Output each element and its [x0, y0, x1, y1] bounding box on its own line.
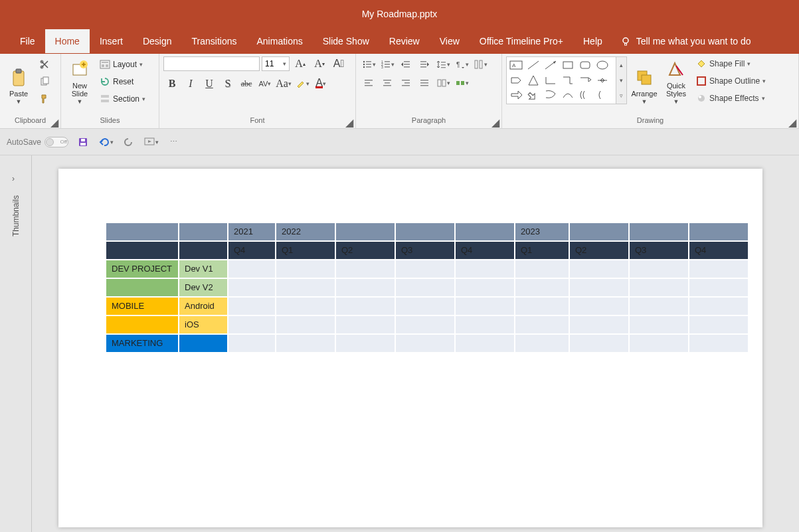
format-painter-button[interactable]	[36, 91, 53, 107]
table-cell[interactable]	[396, 316, 454, 333]
tab-animations[interactable]: Animations	[246, 29, 312, 53]
quarter-cell[interactable]: Q2	[336, 242, 395, 259]
shape-option[interactable]	[508, 74, 524, 87]
row-sublabel[interactable]: Dev V2	[179, 279, 227, 296]
paste-button[interactable]: Paste ▼	[4, 56, 33, 104]
shape-option[interactable]	[560, 58, 576, 72]
quarter-cell[interactable]: Q4	[689, 242, 748, 259]
shape-option[interactable]	[543, 58, 559, 72]
font-color-button[interactable]: A▾	[312, 76, 329, 91]
font-name-combo[interactable]	[163, 56, 260, 71]
row-label[interactable]: DEV PROJECT	[106, 260, 178, 278]
shape-option[interactable]	[560, 88, 576, 102]
shape-effects-button[interactable]: Shape Effects▾	[696, 91, 766, 106]
strikethrough-button[interactable]: abc	[238, 76, 255, 91]
table-cell[interactable]	[689, 298, 748, 315]
year-cell[interactable]	[179, 223, 227, 240]
roadmap-table[interactable]: 202120222023Q4Q1Q2Q3Q4Q1Q2Q3Q4DEV PROJEC…	[105, 222, 749, 353]
table-cell[interactable]	[515, 260, 569, 278]
shape-option[interactable]	[525, 58, 541, 72]
table-cell[interactable]	[515, 335, 569, 352]
table-cell[interactable]	[396, 279, 454, 296]
table-cell[interactable]	[276, 335, 335, 352]
decrease-font-button[interactable]: A▾	[311, 56, 328, 71]
dialog-launcher-icon[interactable]: ◢	[50, 118, 58, 126]
qat-customize-button[interactable]: ⋯	[165, 134, 181, 150]
tab-insert[interactable]: Insert	[90, 29, 133, 53]
quarter-cell[interactable]: Q1	[276, 242, 335, 259]
table-cell[interactable]	[276, 260, 335, 278]
row-sublabel[interactable]: Android	[179, 298, 227, 315]
convert-smartart-button[interactable]: ▾	[453, 75, 470, 91]
table-cell[interactable]	[228, 335, 275, 352]
table-cell[interactable]	[689, 335, 748, 352]
shape-option[interactable]	[560, 74, 576, 87]
table-cell[interactable]	[396, 298, 454, 315]
quarter-cell[interactable]: Q1	[515, 242, 569, 259]
new-slide-button[interactable]: New Slide ▼	[65, 56, 94, 104]
change-case-button[interactable]: Aa▾	[275, 76, 292, 91]
align-left-button[interactable]	[360, 75, 377, 91]
tab-review[interactable]: Review	[379, 29, 430, 53]
year-cell[interactable]	[456, 223, 514, 240]
shape-option[interactable]	[577, 88, 593, 102]
undo-button[interactable]: ▾	[98, 134, 114, 150]
shape-option[interactable]	[577, 74, 593, 87]
reset-button[interactable]: Reset	[100, 74, 145, 90]
table-cell[interactable]	[336, 298, 395, 315]
tab-file[interactable]: File	[10, 29, 45, 53]
thumbnails-pane-collapsed[interactable]: › Thumbnails	[0, 155, 32, 532]
tab-slide-show[interactable]: Slide Show	[313, 29, 379, 53]
shape-fill-button[interactable]: Shape Fill▾	[696, 56, 766, 71]
table-cell[interactable]	[336, 316, 395, 333]
autosave-toggle[interactable]: AutoSave Off	[7, 137, 68, 147]
table-cell[interactable]	[630, 260, 688, 278]
table-cell[interactable]	[515, 279, 569, 296]
line-spacing-button[interactable]: ▾	[434, 56, 452, 72]
year-cell[interactable]	[396, 223, 454, 240]
table-cell[interactable]	[228, 298, 275, 315]
dialog-launcher-icon[interactable]: ◢	[345, 118, 353, 126]
shape-option[interactable]	[594, 74, 610, 87]
arrange-button[interactable]: Arrange ▼	[630, 56, 659, 104]
table-cell[interactable]	[630, 298, 688, 315]
tell-me-search[interactable]: Tell me what you want to do	[612, 36, 759, 46]
table-cell[interactable]	[570, 298, 628, 315]
row-label[interactable]: MARKETING	[106, 335, 178, 352]
align-right-button[interactable]	[397, 75, 414, 91]
table-cell[interactable]	[456, 298, 514, 315]
row-label[interactable]	[106, 279, 178, 296]
tab-help[interactable]: Help	[573, 29, 612, 53]
shape-option[interactable]	[525, 74, 541, 87]
year-cell[interactable]	[570, 223, 628, 240]
table-cell[interactable]	[630, 316, 688, 333]
table-cell[interactable]	[276, 298, 335, 315]
year-cell[interactable]: 2023	[515, 223, 569, 240]
shape-option[interactable]	[543, 74, 559, 87]
slide[interactable]: 202120222023Q4Q1Q2Q3Q4Q1Q2Q3Q4DEV PROJEC…	[58, 169, 762, 527]
table-cell[interactable]	[630, 335, 688, 352]
row-label[interactable]	[106, 316, 178, 333]
layout-button[interactable]: Layout▾	[100, 56, 145, 72]
quarter-cell[interactable]	[179, 242, 227, 259]
table-cell[interactable]	[515, 298, 569, 315]
quarter-cell[interactable]: Q3	[396, 242, 454, 259]
row-sublabel[interactable]	[179, 335, 227, 352]
shape-option[interactable]	[577, 58, 593, 72]
copy-button[interactable]	[36, 74, 53, 90]
shape-option[interactable]	[543, 88, 559, 102]
table-cell[interactable]	[228, 316, 275, 333]
justify-button[interactable]	[416, 75, 433, 91]
shape-option[interactable]	[525, 88, 541, 102]
tab-view[interactable]: View	[430, 29, 470, 53]
table-cell[interactable]	[515, 316, 569, 333]
year-cell[interactable]	[630, 223, 688, 240]
shapes-gallery-scroll[interactable]: ▴▾▿	[616, 56, 627, 104]
quarter-cell[interactable]: Q3	[630, 242, 688, 259]
table-cell[interactable]	[396, 335, 454, 352]
columns-button[interactable]: ▾	[434, 75, 452, 91]
slide-canvas-area[interactable]: 202120222023Q4Q1Q2Q3Q4Q1Q2Q3Q4DEV PROJEC…	[32, 155, 799, 532]
increase-indent-button[interactable]	[416, 56, 433, 72]
table-cell[interactable]	[570, 279, 628, 296]
year-cell[interactable]: 2021	[228, 223, 275, 240]
